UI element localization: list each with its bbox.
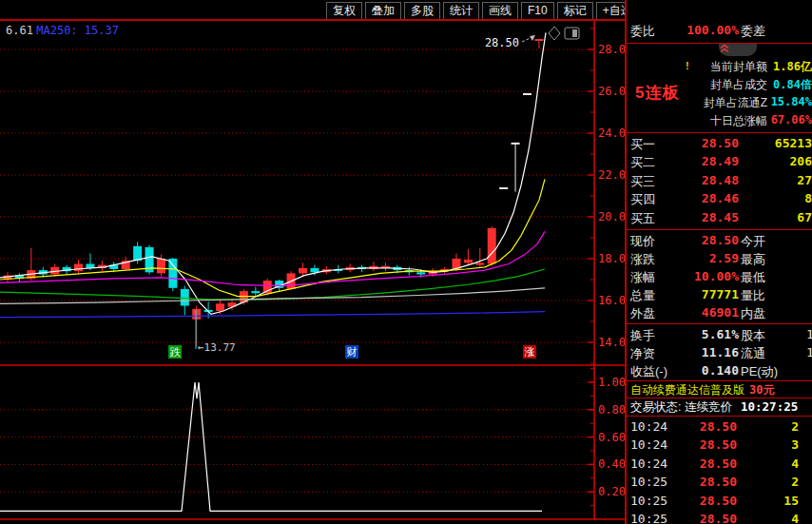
bid-price: 28.50 (702, 136, 739, 150)
diamond-marker-icon[interactable] (549, 27, 560, 40)
weibi-row: 委比 100.00% 委差 (627, 23, 812, 40)
y-axis-label: 22.00 (598, 168, 625, 182)
stat-value: 15.84% (771, 95, 812, 108)
y-axis-label: 20.00 (598, 210, 625, 223)
y-axis-label: 0.80 (598, 403, 625, 417)
divider (627, 416, 812, 417)
y-axis-label: 18.00 (598, 252, 625, 265)
limit-up-streak-badge: 5连板 (635, 82, 679, 104)
quote-label2: 最低 (741, 269, 765, 286)
divider (627, 323, 812, 324)
quote-row: 换手 5.61% 股本 1 (627, 327, 812, 344)
divider (627, 398, 812, 398)
bid-label: 买三 (630, 173, 655, 190)
menu-item-diejia[interactable]: 叠加 (365, 2, 401, 20)
trade-volume: 2 (791, 419, 799, 434)
quote-row: 总量 77771 量比 (627, 287, 812, 304)
menu-item-f10[interactable]: F10 (521, 2, 554, 20)
trade-volume: 15 (783, 494, 799, 508)
trade-volume: 4 (791, 456, 799, 471)
divider (627, 132, 812, 133)
bid-price: 28.45 (702, 210, 739, 224)
trade-price: 28.50 (700, 494, 737, 508)
quote-value: 77771 (702, 287, 739, 301)
y-axis-label: 1.00 (598, 376, 625, 389)
ma-line-ma5 (0, 32, 546, 314)
menu-item-duogu[interactable]: 多股 (404, 2, 440, 20)
bid-volume: 27 (797, 173, 812, 187)
bid-row: 买四 28.46 8 (627, 191, 812, 208)
quote-label2: PE(动) (741, 363, 778, 380)
ma-line-ma250 (0, 312, 545, 318)
trade-price: 28.50 (700, 475, 737, 489)
trade-volume: 4 (791, 512, 799, 524)
quote-value: 2.59 (709, 251, 739, 265)
bid-row: 买三 28.48 27 (627, 173, 812, 190)
trade-volume: 2 (791, 475, 799, 489)
stat-row: 封单占流通Z 15.84% (680, 95, 812, 110)
stat-value: 67.06% (771, 113, 812, 126)
chart-badge-label: 涨 (525, 346, 535, 358)
stat-row: 十日总涨幅 67.06% (680, 113, 812, 128)
quote-label2: 今开 (741, 233, 765, 250)
quote-panel: 委比 100.00% 委差 5连板 ! 当前封单额 1.86亿 封单占成交 0.… (625, 0, 812, 524)
bid-price: 28.48 (702, 173, 739, 187)
candle (310, 268, 319, 272)
candle (168, 259, 177, 288)
bid-price: 28.46 (702, 191, 739, 205)
quote-value: 46901 (702, 305, 739, 320)
quote-value: 28.50 (702, 233, 739, 247)
divider (627, 229, 812, 230)
quote-label2: 股本 (741, 327, 765, 344)
bid-row: 买二 28.49 206 (627, 154, 812, 171)
collapse-button[interactable] (719, 44, 757, 56)
trade-row: 10:24 28.50 4 ↓ (627, 456, 812, 474)
stat-row: 当前封单额 1.86亿 (680, 59, 812, 74)
candle (299, 268, 307, 274)
trade-time: 10:25 (630, 494, 667, 508)
quote-label: 换手 (630, 327, 655, 344)
candle (534, 39, 543, 41)
menu-item-tongji[interactable]: 统计 (443, 2, 479, 20)
y-axis-label: 26.00 (598, 85, 625, 98)
trade-row: 10:24 28.50 2 ↓ (627, 419, 812, 437)
low-price-label: ←13.77 (198, 341, 236, 354)
weicha-label: 委差 (741, 23, 765, 40)
quote-label: 涨幅 (630, 269, 655, 286)
quote-label: 总量 (630, 287, 655, 304)
quote-label2: 内盘 (741, 305, 765, 322)
menu-item-fuquan[interactable]: 复权 (326, 2, 362, 20)
quote-value: 0.140 (702, 363, 739, 378)
quote-label: 收益(-) (630, 363, 667, 380)
candle (416, 272, 425, 274)
candle (512, 143, 520, 145)
quote-row: 涨幅 10.00% 最低 (627, 269, 812, 286)
weibi-label: 委比 (630, 23, 655, 40)
weibi-value: 100.00% (686, 23, 739, 37)
trade-row: 10:25 28.50 15 ↓ (627, 494, 812, 511)
candle (251, 291, 260, 293)
quote-value2: 1 (806, 327, 812, 341)
menu-item-huaxian[interactable]: 画线 (482, 2, 518, 20)
candle (475, 262, 484, 264)
ma-line-ma10 (0, 179, 545, 296)
panel-toggle-icon-fill (572, 29, 577, 37)
app-window: 复权叠加多股统计画线F10标记+自选返回 603192 汇得科技 6.61 MA… (0, 0, 812, 524)
quote-row: 收益(-) 0.140 PE(动) (627, 363, 812, 380)
stat-label: 当前封单额 (710, 59, 767, 75)
quote-label2: 量比 (741, 287, 765, 304)
candle (157, 259, 165, 273)
y-axis-label: 0.40 (598, 457, 625, 471)
stat-label: 封单占成交 (710, 77, 767, 93)
promo-banner[interactable]: 自动续费通达信普及版30元 (630, 382, 812, 397)
trade-time: 10:25 (630, 475, 667, 489)
quote-label: 现价 (630, 233, 655, 250)
bid-volume: 65213 (775, 136, 812, 150)
quote-row: 净资 11.16 流通 1 (627, 345, 812, 362)
bid-row: 买一 28.50 65213 (627, 136, 812, 153)
quote-label2: 流通 (741, 345, 765, 362)
quote-label: 外盘 (630, 305, 655, 322)
bid-volume: 8 (804, 191, 812, 205)
menu-item-biaoji[interactable]: 标记 (557, 2, 593, 20)
candle (216, 303, 224, 311)
